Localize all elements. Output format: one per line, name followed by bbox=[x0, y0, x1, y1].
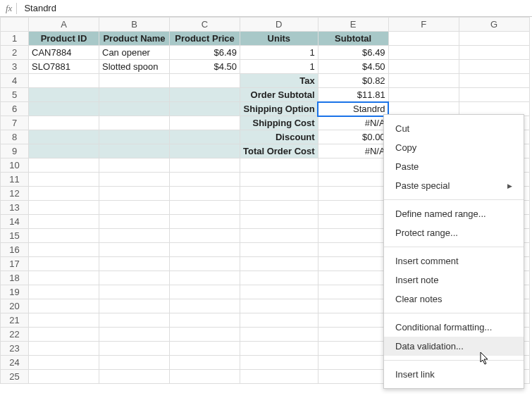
cell[interactable] bbox=[29, 271, 99, 285]
cell[interactable] bbox=[240, 356, 318, 370]
cell[interactable]: 1 bbox=[240, 60, 318, 74]
cell[interactable] bbox=[99, 215, 170, 229]
summary-label[interactable]: Shipping Option bbox=[240, 102, 318, 116]
cell[interactable] bbox=[29, 313, 99, 328]
cell[interactable] bbox=[170, 187, 240, 201]
row-header[interactable]: 2 bbox=[1, 46, 29, 60]
cell[interactable]: $4.50 bbox=[318, 60, 388, 74]
cell[interactable]: Can opener bbox=[99, 46, 170, 60]
cell[interactable] bbox=[170, 229, 240, 243]
formula-input[interactable] bbox=[24, 3, 526, 13]
cell[interactable] bbox=[459, 32, 529, 46]
cell[interactable] bbox=[99, 370, 170, 384]
cell[interactable] bbox=[29, 158, 99, 173]
row-header[interactable]: 7 bbox=[1, 116, 29, 130]
col-header-G[interactable]: G bbox=[459, 18, 529, 32]
cell[interactable] bbox=[170, 201, 240, 215]
cell[interactable] bbox=[240, 342, 318, 356]
cell[interactable] bbox=[29, 144, 99, 158]
row-header[interactable]: 10 bbox=[1, 158, 29, 173]
col-header-A[interactable]: A bbox=[29, 18, 99, 32]
cell[interactable] bbox=[29, 257, 99, 271]
cell[interactable] bbox=[170, 243, 240, 257]
cell[interactable] bbox=[318, 215, 388, 229]
menu-item[interactable]: Copy bbox=[384, 138, 524, 157]
col-header-C[interactable]: C bbox=[170, 18, 240, 32]
cell[interactable] bbox=[99, 285, 170, 299]
col-header-E[interactable]: E bbox=[318, 18, 388, 32]
column-header-cell[interactable]: Subtotal bbox=[318, 32, 388, 46]
summary-value[interactable]: #N/A bbox=[318, 144, 388, 158]
cell[interactable] bbox=[240, 328, 318, 342]
cell[interactable] bbox=[99, 313, 170, 328]
cell[interactable] bbox=[318, 328, 388, 342]
cell[interactable] bbox=[99, 201, 170, 215]
row-header[interactable]: 19 bbox=[1, 285, 29, 299]
cell[interactable] bbox=[99, 257, 170, 271]
menu-item[interactable]: Paste special▶ bbox=[384, 176, 524, 195]
cell[interactable]: $6.49 bbox=[170, 46, 240, 60]
row-header[interactable]: 12 bbox=[1, 187, 29, 201]
cell[interactable] bbox=[99, 130, 170, 144]
cell[interactable] bbox=[318, 257, 388, 271]
cell[interactable] bbox=[170, 116, 240, 130]
cell[interactable] bbox=[318, 229, 388, 243]
row-header[interactable]: 20 bbox=[1, 299, 29, 313]
cell[interactable] bbox=[318, 158, 388, 173]
row-header[interactable]: 22 bbox=[1, 328, 29, 342]
menu-item[interactable]: Define named range... bbox=[384, 204, 524, 223]
cell[interactable] bbox=[170, 299, 240, 313]
row-header[interactable]: 23 bbox=[1, 342, 29, 356]
cell[interactable]: CAN7884 bbox=[29, 46, 99, 60]
cell[interactable] bbox=[459, 60, 529, 74]
cell[interactable] bbox=[170, 328, 240, 342]
cell[interactable] bbox=[170, 215, 240, 229]
row-header[interactable]: 3 bbox=[1, 60, 29, 74]
row-header[interactable]: 25 bbox=[1, 370, 29, 384]
cell[interactable] bbox=[29, 299, 99, 313]
summary-value[interactable]: #N/A bbox=[318, 116, 388, 130]
menu-item[interactable]: Cut bbox=[384, 119, 524, 138]
cell[interactable] bbox=[170, 370, 240, 384]
cell[interactable] bbox=[170, 130, 240, 144]
cell[interactable] bbox=[240, 201, 318, 215]
cell[interactable] bbox=[29, 356, 99, 370]
col-header-D[interactable]: D bbox=[240, 18, 318, 32]
cell[interactable] bbox=[318, 370, 388, 384]
selected-cell[interactable]: Standrd bbox=[318, 102, 388, 116]
cell[interactable] bbox=[240, 215, 318, 229]
row-header[interactable]: 1 bbox=[1, 32, 29, 46]
cell[interactable] bbox=[99, 187, 170, 201]
cell[interactable] bbox=[99, 74, 170, 88]
cell[interactable] bbox=[240, 173, 318, 187]
cell[interactable] bbox=[459, 88, 529, 102]
cell[interactable] bbox=[240, 299, 318, 313]
cell[interactable] bbox=[388, 74, 459, 88]
summary-label[interactable]: Tax bbox=[240, 74, 318, 88]
cell[interactable]: 1 bbox=[240, 46, 318, 60]
cell[interactable] bbox=[99, 158, 170, 173]
cell[interactable] bbox=[318, 243, 388, 257]
cell[interactable] bbox=[170, 74, 240, 88]
cell[interactable] bbox=[170, 313, 240, 328]
cell[interactable] bbox=[29, 342, 99, 356]
cell[interactable]: SLO7881 bbox=[29, 60, 99, 74]
cell[interactable] bbox=[170, 144, 240, 158]
cell[interactable] bbox=[99, 243, 170, 257]
cell[interactable]: $6.49 bbox=[318, 46, 388, 60]
cell[interactable] bbox=[29, 130, 99, 144]
cell[interactable] bbox=[170, 271, 240, 285]
cell[interactable] bbox=[318, 285, 388, 299]
cell[interactable] bbox=[99, 342, 170, 356]
cell[interactable] bbox=[29, 88, 99, 102]
column-header-cell[interactable]: Product ID bbox=[29, 32, 99, 46]
summary-value[interactable]: $0.82 bbox=[318, 74, 388, 88]
cell[interactable] bbox=[240, 187, 318, 201]
cell[interactable] bbox=[99, 356, 170, 370]
row-header[interactable]: 21 bbox=[1, 313, 29, 328]
cell[interactable] bbox=[318, 342, 388, 356]
cell[interactable] bbox=[99, 116, 170, 130]
cell[interactable] bbox=[388, 46, 459, 60]
cell[interactable] bbox=[318, 201, 388, 215]
cell[interactable] bbox=[170, 285, 240, 299]
